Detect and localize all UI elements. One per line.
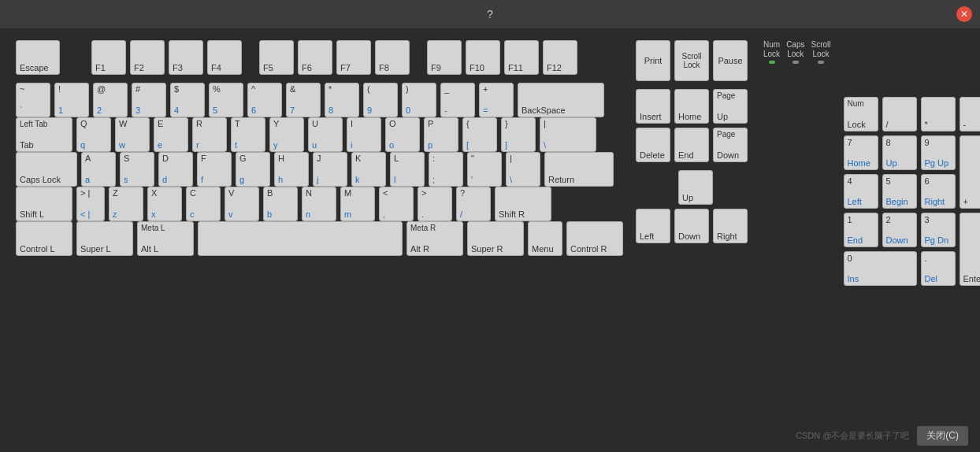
key-num-4[interactable]: 4 Left [844, 174, 878, 209]
key-f2[interactable]: F2 [130, 40, 165, 75]
key-h[interactable]: H h [274, 152, 309, 187]
key-a[interactable]: A a [81, 152, 116, 187]
window-close-button[interactable]: ✕ [956, 6, 972, 22]
key-semicolon[interactable]: : ; [429, 152, 463, 187]
key-shift-right[interactable]: Shift R [495, 187, 551, 221]
key-f11[interactable]: F11 [504, 40, 539, 75]
key-c[interactable]: C c [186, 187, 221, 221]
key-k[interactable]: K k [351, 152, 386, 187]
key-t[interactable]: T t [231, 117, 265, 152]
key-slash[interactable]: ? / [456, 187, 491, 221]
key-4[interactable]: $ 4 [170, 83, 205, 117]
key-f9[interactable]: F9 [427, 40, 462, 75]
key-print[interactable]: Print [636, 40, 670, 81]
key-num-minus[interactable]: - [960, 97, 981, 132]
key-up[interactable]: Up [678, 170, 713, 205]
key-end[interactable]: End [674, 128, 709, 162]
key-3[interactable]: # 3 [132, 83, 166, 117]
key-j[interactable]: J j [313, 152, 347, 187]
key-comma[interactable]: < , [379, 187, 414, 221]
key-num-enter[interactable]: Enter [960, 213, 981, 286]
key-control-left[interactable]: Control L [16, 221, 72, 256]
key-w[interactable]: W w [115, 117, 150, 152]
close-button-bottom[interactable]: 关闭(C) [917, 426, 968, 446]
key-backslash-caps[interactable]: | \ [506, 152, 540, 187]
key-angle-bracket[interactable]: > | < | [76, 187, 105, 221]
key-down[interactable]: Down [674, 209, 709, 243]
key-num-2[interactable]: 2 Down [882, 213, 917, 247]
key-m[interactable]: M m [340, 187, 375, 221]
key-num-5[interactable]: 5 Begin [882, 174, 917, 209]
key-left[interactable]: Left [636, 209, 670, 243]
key-f12[interactable]: F12 [543, 40, 577, 75]
key-meta-right[interactable]: Meta R Alt R [406, 221, 463, 256]
key-9[interactable]: ( 9 [363, 83, 398, 117]
key-0[interactable]: ) 0 [402, 83, 436, 117]
key-e[interactable]: E e [154, 117, 188, 152]
key-z[interactable]: Z z [109, 187, 143, 221]
key-v[interactable]: V v [225, 187, 259, 221]
key-num-plus[interactable]: + [960, 135, 981, 209]
key-g[interactable]: G g [236, 152, 270, 187]
key-o[interactable]: O o [385, 117, 420, 152]
key-f1[interactable]: F1 [91, 40, 126, 75]
key-f7[interactable]: F7 [336, 40, 371, 75]
key-num-6[interactable]: 6 Right [921, 174, 956, 209]
key-l[interactable]: L l [390, 152, 425, 187]
key-quote[interactable]: " ' [467, 152, 502, 187]
key-minus[interactable]: _ - [440, 83, 475, 117]
key-q[interactable]: Q q [76, 117, 111, 152]
key-d[interactable]: D d [158, 152, 193, 187]
key-p[interactable]: P p [424, 117, 458, 152]
key-num-dot[interactable]: . Del [921, 251, 956, 286]
key-period[interactable]: > . [418, 187, 452, 221]
key-num-star[interactable]: * [921, 97, 956, 132]
key-equal[interactable]: + = [479, 83, 514, 117]
key-num-3[interactable]: 3 Pg Dn [921, 213, 956, 247]
key-home[interactable]: Home [674, 89, 709, 124]
key-8[interactable]: * 8 [325, 83, 359, 117]
key-6[interactable]: ^ 6 [247, 83, 282, 117]
key-x[interactable]: X x [147, 187, 182, 221]
key-control-right[interactable]: Control R [566, 221, 623, 256]
key-pause[interactable]: Pause [713, 40, 748, 81]
key-num-8[interactable]: 8 Up [882, 135, 917, 170]
key-f8[interactable]: F8 [375, 40, 410, 75]
key-num-lock[interactable]: Num Lock [844, 97, 878, 132]
key-scroll-lock[interactable]: ScrollLock [674, 40, 709, 81]
key-tab[interactable]: Left Tab Tab [16, 117, 72, 152]
key-super-left[interactable]: Super L [76, 221, 133, 256]
key-backspace[interactable]: BackSpace [518, 83, 604, 117]
key-f4[interactable]: F4 [207, 40, 242, 75]
key-num-1[interactable]: 1 End [844, 213, 878, 247]
key-backslash-tab[interactable]: | \ [540, 117, 596, 152]
key-page-down[interactable]: Page Down [713, 128, 748, 162]
key-space[interactable] [198, 221, 403, 256]
key-menu[interactable]: Menu [528, 221, 562, 256]
key-f6[interactable]: F6 [298, 40, 332, 75]
key-super-right[interactable]: Super R [467, 221, 524, 256]
key-f[interactable]: F f [197, 152, 232, 187]
key-caps-lock[interactable]: Caps Lock [16, 152, 77, 187]
key-right[interactable]: Right [713, 209, 748, 243]
key-f10[interactable]: F10 [466, 40, 500, 75]
key-escape[interactable]: Escape [16, 40, 60, 75]
key-page-up[interactable]: Page Up [713, 89, 748, 124]
key-5[interactable]: % 5 [209, 83, 243, 117]
key-y[interactable]: Y y [269, 117, 304, 152]
key-num-slash[interactable]: / [882, 97, 917, 132]
key-2[interactable]: @ 2 [93, 83, 128, 117]
key-meta-left[interactable]: Meta L Alt L [137, 221, 194, 256]
key-num-0[interactable]: 0 Ins [844, 251, 917, 286]
key-s[interactable]: S s [120, 152, 154, 187]
key-r[interactable]: R r [192, 117, 227, 152]
key-i[interactable]: I i [347, 117, 381, 152]
key-n[interactable]: N n [302, 187, 336, 221]
key-1[interactable]: ! 1 [54, 83, 89, 117]
key-bracket-right[interactable]: } ] [501, 117, 536, 152]
key-num-7[interactable]: 7 Home [844, 135, 878, 170]
key-delete[interactable]: Delete [636, 128, 670, 162]
key-f5[interactable]: F5 [259, 40, 294, 75]
key-7[interactable]: & 7 [286, 83, 321, 117]
key-insert[interactable]: Insert [636, 89, 670, 124]
